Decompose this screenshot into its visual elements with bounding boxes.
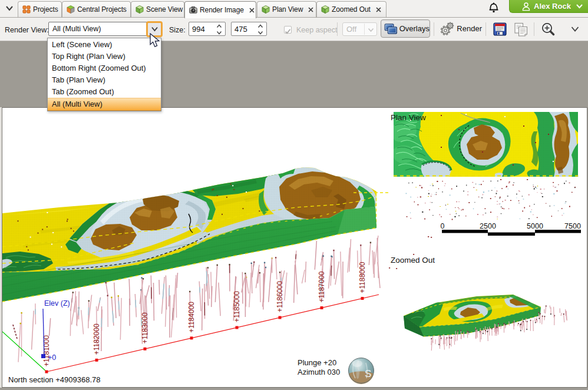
antialias-value: Off bbox=[346, 25, 356, 34]
bell-icon[interactable] bbox=[488, 1, 500, 14]
multi-view-scene: +1181000 +1182000 +1183000 +1184000 +118… bbox=[2, 108, 587, 387]
close-icon[interactable] bbox=[375, 6, 382, 13]
tab-scene-view[interactable]: Scene View bbox=[131, 1, 184, 17]
keep-aspect-checkbox[interactable] bbox=[284, 26, 292, 34]
zoom-in-icon[interactable] bbox=[541, 22, 556, 37]
width-value: 994 bbox=[192, 25, 205, 34]
main-3d-view: +1181000 +1182000 +1183000 +1184000 +118… bbox=[2, 166, 389, 384]
antialias-combobox[interactable]: Off bbox=[342, 22, 377, 36]
render-button[interactable]: Render bbox=[438, 19, 482, 38]
close-icon[interactable] bbox=[308, 6, 314, 13]
scene-cube-icon bbox=[136, 5, 144, 14]
render-label: Render bbox=[457, 24, 482, 33]
chevron-down-icon[interactable] bbox=[570, 26, 580, 32]
plunge-label: Plunge +20 bbox=[298, 358, 336, 367]
tab-central-projects[interactable]: Central Projects bbox=[62, 1, 131, 17]
user-name: Alex Rock bbox=[534, 2, 571, 11]
chevron-down-icon bbox=[368, 28, 374, 32]
central-projects-cube-icon bbox=[67, 5, 75, 14]
axis-tick-label: +1186000 bbox=[276, 281, 284, 312]
keep-aspect-label: Keep aspect bbox=[296, 26, 338, 34]
axis-tick-label: +1184000 bbox=[187, 302, 196, 333]
copy-icon[interactable] bbox=[514, 22, 528, 37]
tab-zoomed-out[interactable]: Zoomed Out bbox=[316, 1, 387, 17]
dropdown-option[interactable]: Tab (Zoomed Out) bbox=[48, 86, 161, 98]
plan-view-title: Plan View bbox=[391, 113, 426, 122]
dropdown-option[interactable]: Tab (Plan View) bbox=[48, 74, 161, 86]
scale-label: 0 bbox=[441, 222, 445, 230]
user-button[interactable]: Alex Rock bbox=[509, 0, 588, 13]
close-icon[interactable] bbox=[249, 7, 255, 14]
toolbar-separator bbox=[337, 22, 338, 36]
tab-projects[interactable]: Projects bbox=[18, 1, 62, 17]
section-label: North section +4909368.78 bbox=[8, 375, 100, 384]
zoomed-out-title: Zoomed Out bbox=[391, 256, 435, 265]
tab-label: Plan View bbox=[272, 5, 303, 14]
overlays-toggle-button[interactable]: Overlays bbox=[381, 19, 430, 38]
render-view-dropdown-list: Left (Scene View) Top Right (Plan View) … bbox=[47, 38, 161, 111]
rendered-image-canvas[interactable]: +1181000 +1182000 +1183000 +1184000 +118… bbox=[2, 107, 587, 388]
toolbar-separator bbox=[485, 22, 486, 36]
tab-bar: Projects Central Projects Scene View Ren… bbox=[0, 0, 588, 18]
azimuth-label: Azimuth 030 bbox=[298, 368, 340, 376]
axis-tick-label: +1185000 bbox=[233, 291, 241, 322]
size-label: Size: bbox=[169, 26, 186, 34]
gears-icon bbox=[440, 21, 454, 37]
render-view-label: Render View: bbox=[5, 26, 49, 34]
checkmark-icon bbox=[285, 28, 291, 35]
overlays-label: Overlays bbox=[399, 24, 430, 33]
zoomed-out-panel: Zoomed Out bbox=[391, 256, 567, 351]
dropdown-option[interactable]: Top Right (Plan View) bbox=[48, 50, 161, 62]
scene-cube-icon bbox=[321, 5, 329, 14]
tab-label: Zoomed Out bbox=[332, 5, 371, 14]
camera-icon bbox=[189, 6, 197, 14]
toolbar-separator bbox=[534, 22, 534, 36]
chevron-down-icon bbox=[576, 4, 583, 9]
dropdown-option[interactable]: Left (Scene View) bbox=[48, 38, 161, 50]
tab-overflow-chevron-icon[interactable] bbox=[5, 5, 14, 11]
combobox-divider bbox=[364, 24, 365, 35]
elev-axis-label: Elev (Z) bbox=[44, 299, 70, 308]
render-view-combobox[interactable]: All (Multi View) bbox=[48, 22, 161, 36]
scale-label: 7500 bbox=[564, 222, 581, 230]
overlays-icon bbox=[384, 22, 398, 36]
projects-grid-icon bbox=[22, 5, 31, 14]
chevron-down-icon bbox=[151, 27, 158, 32]
tab-label: Projects bbox=[33, 5, 58, 14]
axis-tick-label: +1183000 bbox=[141, 312, 149, 343]
mouse-cursor bbox=[150, 33, 163, 48]
height-value: 475 bbox=[234, 25, 247, 34]
user-icon bbox=[521, 2, 531, 11]
spinner-arrows-icon[interactable] bbox=[215, 23, 223, 36]
dropdown-option[interactable]: Bottom Right (Zoomed Out) bbox=[48, 62, 161, 74]
height-spinner[interactable]: 475 bbox=[231, 22, 267, 36]
tab-label: Scene View bbox=[146, 5, 183, 14]
tab-label: Render Image bbox=[200, 6, 244, 14]
plan-view-panel: Plan View 0 2500 5000 7500 bbox=[389, 112, 581, 269]
tab-plan-view[interactable]: Plan View bbox=[257, 1, 316, 17]
dropdown-option-selected[interactable]: All (Multi View) bbox=[48, 98, 161, 111]
axis-tick-label: +1187000 bbox=[318, 271, 326, 302]
elev-origin-label: +0 bbox=[48, 353, 56, 362]
tab-render-image[interactable]: Render Image bbox=[184, 1, 256, 18]
scene-cube-icon bbox=[262, 5, 270, 14]
compass-ball[interactable]: S bbox=[349, 358, 374, 384]
spinner-arrows-icon[interactable] bbox=[256, 23, 265, 36]
scale-label: 2500 bbox=[480, 222, 496, 230]
width-spinner[interactable]: 994 bbox=[189, 22, 226, 36]
plan-scale-bar: 0 2500 5000 7500 bbox=[441, 222, 581, 236]
axis-tick-label: +1182000 bbox=[93, 323, 101, 355]
render-view-value: All (Multi View) bbox=[52, 25, 101, 33]
save-floppy-icon[interactable] bbox=[493, 22, 507, 36]
toolbar-separator bbox=[434, 22, 434, 36]
scale-label: 5000 bbox=[527, 222, 543, 230]
tab-label: Central Projects bbox=[77, 5, 127, 14]
compass-letter: S bbox=[365, 368, 371, 379]
axis-tick-label: +1188000 bbox=[358, 262, 366, 293]
